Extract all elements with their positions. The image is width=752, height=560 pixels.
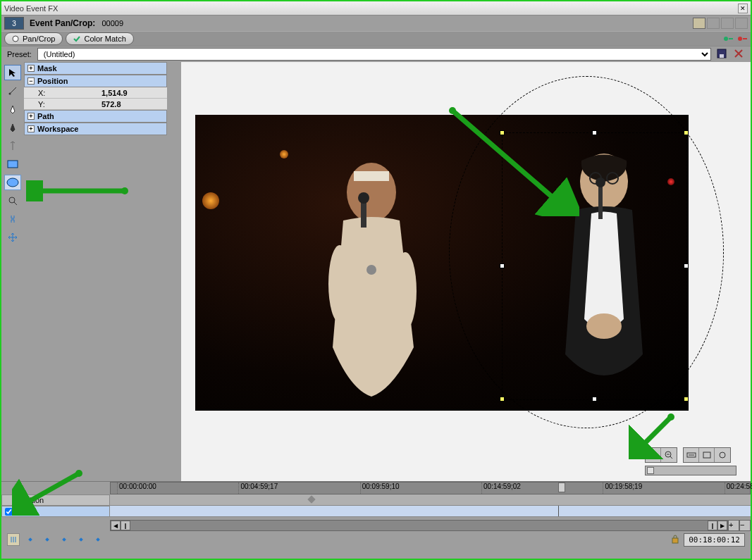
zoom-out-button[interactable]	[661, 448, 677, 462]
timeline-ruler[interactable]: 00:00:00:00 00:04:59;17 00:09:59;10 00:1…	[110, 482, 751, 494]
timeline-nav: 00:18:00:12	[1, 531, 751, 548]
move-tool[interactable]	[4, 230, 21, 245]
fit-full-button[interactable]	[715, 448, 730, 462]
video-event-fx-window: Video Event FX ✕ 3 Event Pan/Crop: 00009…	[0, 0, 752, 560]
svg-point-7	[7, 178, 18, 187]
svg-point-5	[9, 93, 11, 95]
scroll-left2-button[interactable]: ‖	[121, 521, 130, 530]
track-position[interactable]: Position	[1, 494, 110, 506]
close-icon[interactable]: ✕	[738, 4, 748, 13]
chain-add-icon[interactable]	[722, 33, 734, 44]
delete-preset-icon[interactable]	[734, 49, 745, 60]
titlebar[interactable]: Video Event FX ✕	[1, 1, 751, 15]
keyframe-icon[interactable]	[307, 495, 315, 503]
zoom-slider[interactable]	[645, 466, 736, 475]
svg-point-20	[596, 178, 605, 187]
first-keyframe-button[interactable]	[24, 533, 37, 546]
timeline-cursor[interactable]	[558, 483, 565, 492]
svg-rect-4	[720, 54, 724, 58]
scroll-right2-button[interactable]: ‖	[708, 521, 717, 530]
svg-point-11	[328, 245, 351, 323]
view-mode-4[interactable]	[735, 18, 748, 29]
svg-point-12	[394, 252, 417, 330]
timeline-scrollbar: ◀ ‖ ‖ ▶ + −	[1, 520, 751, 531]
fx-chain-row: Pan/Crop Color Match	[1, 31, 751, 46]
prop-path-header[interactable]: +Path	[24, 110, 167, 123]
canvas-background	[181, 62, 751, 481]
chain-pan-crop-label: Pan/Crop	[23, 35, 55, 43]
window-title: Video Event FX	[4, 4, 58, 13]
timeline-panel: 00:00:00:00 00:04:59;17 00:09:59;10 00:1…	[1, 481, 751, 559]
svg-rect-25	[703, 452, 710, 458]
event-number-box[interactable]: 3	[4, 17, 24, 30]
add-keyframe-button[interactable]	[58, 533, 70, 546]
svg-rect-6	[8, 161, 18, 168]
svg-rect-19	[598, 184, 603, 219]
performer-right	[534, 143, 674, 404]
chain-color-match[interactable]: Color Match	[66, 32, 133, 45]
zoom-minus-button[interactable]: −	[739, 520, 751, 531]
svg-rect-29	[62, 537, 66, 542]
view-mode-2[interactable]	[707, 18, 720, 29]
svg-point-14	[358, 192, 369, 204]
header-title: Event Pan/Crop:	[30, 18, 95, 28]
view-mode-1[interactable]	[693, 18, 705, 29]
track-mask[interactable]: Mask	[1, 506, 110, 517]
save-preset-icon[interactable]	[717, 49, 728, 60]
svg-point-15	[366, 265, 376, 275]
svg-point-0	[13, 36, 18, 42]
snap-tool[interactable]	[4, 211, 21, 227]
zoom-tool[interactable]	[4, 193, 21, 209]
sync-cursor-button[interactable]	[7, 533, 20, 546]
prop-workspace-header[interactable]: +Workspace	[24, 123, 167, 135]
prop-x-row[interactable]: X:1,514.9	[24, 87, 167, 99]
preset-select[interactable]: (Untitled)	[37, 48, 711, 61]
video-frame	[195, 115, 689, 411]
svg-rect-10	[354, 171, 389, 181]
ruler-tick: 00:19:58;19	[603, 483, 642, 494]
anchor-tool[interactable]	[4, 83, 21, 99]
ruler-tick: 00:09:59;10	[360, 483, 400, 494]
oval-mask-tool[interactable]	[4, 175, 21, 190]
prop-position-header[interactable]: −Position	[24, 75, 167, 87]
canvas-area[interactable]	[167, 62, 751, 481]
stage-light	[280, 150, 288, 158]
ruler-tick: 00:24:58;12	[725, 483, 752, 494]
fit-both-button[interactable]	[699, 448, 715, 462]
zoom-slider-thumb[interactable]	[647, 467, 654, 474]
canvas-tools	[645, 447, 736, 475]
fit-width-button[interactable]	[684, 448, 699, 462]
chain-remove-icon[interactable]	[736, 33, 748, 44]
timecode-display[interactable]: 00:18:00:12	[684, 533, 745, 547]
svg-rect-30	[79, 537, 83, 542]
svg-rect-31	[96, 537, 100, 542]
scroll-left-button[interactable]: ◀	[111, 521, 121, 530]
mask-track[interactable]	[110, 506, 751, 517]
pen-remove-tool[interactable]	[4, 120, 21, 135]
chain-color-match-label: Color Match	[84, 35, 125, 43]
pointer-tool[interactable]	[4, 65, 21, 80]
split-tool[interactable]	[4, 138, 21, 154]
ruler-tick: 00:04:59;17	[238, 483, 278, 494]
ruler-tick: 00:14:59;02	[481, 483, 521, 494]
event-id: 00009	[99, 19, 123, 27]
svg-point-21	[586, 313, 622, 339]
last-keyframe-button[interactable]	[92, 533, 104, 546]
track-mask-checkbox[interactable]	[5, 508, 13, 516]
rectangle-mask-tool[interactable]	[4, 156, 21, 172]
prop-y-row[interactable]: Y:572.8	[24, 99, 167, 110]
svg-point-2	[738, 37, 742, 41]
view-mode-3[interactable]	[721, 18, 734, 29]
preset-row: Preset: (Untitled)	[1, 46, 751, 62]
prop-mask-header[interactable]: +Mask	[24, 62, 167, 75]
position-track[interactable]	[110, 494, 751, 506]
zoom-in-button[interactable]	[646, 448, 661, 462]
zoom-plus-button[interactable]: +	[728, 520, 739, 531]
next-keyframe-button[interactable]	[75, 533, 87, 546]
preset-label: Preset:	[7, 50, 32, 58]
pen-add-tool[interactable]	[4, 101, 21, 117]
prev-keyframe-button[interactable]	[41, 533, 54, 546]
lock-icon[interactable]	[671, 534, 679, 545]
chain-pan-crop[interactable]: Pan/Crop	[4, 32, 63, 45]
scroll-right-button[interactable]: ▶	[717, 521, 727, 530]
